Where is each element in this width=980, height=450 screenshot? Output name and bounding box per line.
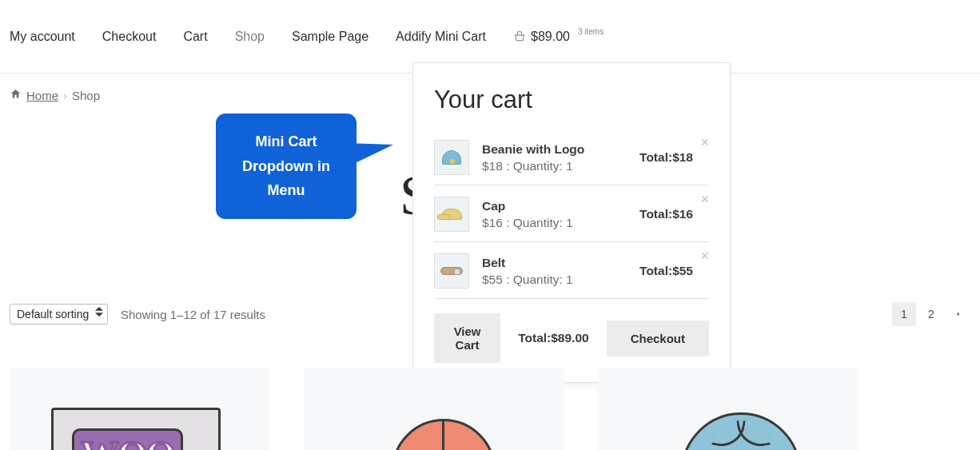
page-2[interactable]: 2 xyxy=(919,302,943,326)
nav-shop[interactable]: Shop xyxy=(235,30,265,43)
mini-cart-item-total: Total:$55 xyxy=(639,264,693,278)
product-thumb-cap xyxy=(434,197,469,232)
nav-cart[interactable]: Cart xyxy=(183,30,207,43)
mini-cart-dropdown: Your cart Beanie with Logo $18 : Quantit… xyxy=(412,62,731,383)
breadcrumb-home[interactable]: Home xyxy=(26,89,58,102)
view-cart-button[interactable]: View Cart xyxy=(434,313,500,363)
product-image xyxy=(392,419,496,450)
product-thumb-belt xyxy=(434,253,469,289)
remove-item-button[interactable]: × xyxy=(700,192,709,206)
nav-my-account[interactable]: My account xyxy=(10,30,75,43)
mini-cart-grand-total: Total:$89.00 xyxy=(518,331,588,345)
mini-cart-items: Beanie with Logo $18 : Quantity: 1 Total… xyxy=(434,129,709,299)
mini-cart-footer: View Cart Total:$89.00 Checkout xyxy=(434,313,709,363)
nav-list: My account Checkout Cart Shop Sample Pag… xyxy=(10,30,604,44)
mini-cart-title: Your cart xyxy=(434,86,709,114)
mini-cart-item-total: Total:$18 xyxy=(639,150,693,165)
product-thumb-beanie xyxy=(434,140,469,175)
callout-bubble: Mini Cart Dropdown in Menu xyxy=(216,113,357,219)
remove-item-button[interactable]: × xyxy=(700,135,709,149)
product-grid: WOO xyxy=(0,368,980,450)
result-count: Showing 1–12 of 17 results xyxy=(121,308,265,321)
basket-icon xyxy=(513,30,526,43)
nav-checkout[interactable]: Checkout xyxy=(102,30,157,43)
mini-cart-item-name: Cap xyxy=(482,199,602,213)
breadcrumb-current: Shop xyxy=(72,89,100,102)
nav-addify-mini-cart[interactable]: Addify Mini Cart xyxy=(396,30,486,43)
mini-cart-item-total: Total:$16 xyxy=(639,207,693,221)
product-card[interactable]: WOO xyxy=(10,368,270,450)
mini-cart-item: Beanie with Logo $18 : Quantity: 1 Total… xyxy=(434,129,709,185)
caret-right-icon xyxy=(955,310,962,318)
page-1[interactable]: 1 xyxy=(892,302,916,326)
home-icon xyxy=(10,88,22,102)
mini-cart-item: Belt $55 : Quantity: 1 Total:$55 × xyxy=(434,241,709,298)
mini-cart-item: Cap $16 : Quantity: 1 Total:$16 × xyxy=(434,185,709,241)
nav-cart-total: $89.00 xyxy=(531,30,570,44)
remove-item-button[interactable]: × xyxy=(700,249,709,263)
sort-select[interactable]: Default sorting xyxy=(10,304,108,325)
mini-cart-item-line: $16 : Quantity: 1 xyxy=(482,216,602,230)
pagination: 1 2 xyxy=(892,302,970,326)
product-card[interactable] xyxy=(304,368,564,450)
mini-cart-item-name: Beanie with Logo xyxy=(482,142,602,157)
checkout-button[interactable]: Checkout xyxy=(607,321,709,356)
mini-cart-item-name: Belt xyxy=(482,256,602,270)
mini-cart-item-line: $18 : Quantity: 1 xyxy=(482,159,602,173)
nav-sample-page[interactable]: Sample Page xyxy=(292,30,368,43)
chevron-right-icon: › xyxy=(63,89,67,102)
product-card[interactable] xyxy=(598,368,858,450)
product-image xyxy=(681,412,801,450)
nav-cart-count: 3 items xyxy=(578,27,604,36)
nav-cart-summary[interactable]: $89.00 3 items xyxy=(513,30,604,44)
mini-cart-item-line: $55 : Quantity: 1 xyxy=(482,273,602,287)
page-next[interactable] xyxy=(946,302,970,326)
